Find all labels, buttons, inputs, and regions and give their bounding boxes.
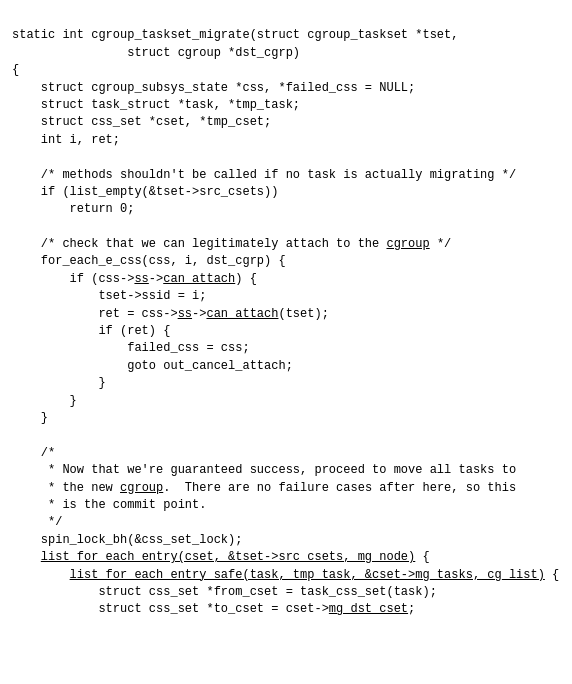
line-21: } [12, 376, 106, 390]
line-10: if (list_empty(&tset->src_csets)) [12, 185, 278, 199]
line-13: /* check that we can legitimately attach… [12, 237, 451, 251]
line-5: struct task_struct *task, *tmp_task; [12, 98, 300, 112]
line-22: } [12, 394, 77, 408]
line-24 [12, 428, 19, 442]
line-11: return 0; [12, 202, 134, 216]
line-28: * is the commit point. [12, 498, 206, 512]
line-16: tset->ssid = i; [12, 289, 206, 303]
line-34: struct css_set *to_cset = cset->mg_dst_c… [12, 602, 415, 616]
line-20: goto out_cancel_attach; [12, 359, 293, 373]
line-23: } [12, 411, 48, 425]
line-9: /* methods shouldn't be called if no tas… [12, 168, 516, 182]
line-18: if (ret) { [12, 324, 170, 338]
line-17: ret = css->ss->can_attach(tset); [12, 307, 329, 321]
line-14: for_each_e_css(css, i, dst_cgrp) { [12, 254, 286, 268]
line-32: list_for_each_entry_safe(task, tmp_task,… [12, 568, 559, 582]
line-15: if (css->ss->can_attach) { [12, 272, 257, 286]
line-31: list_for_each_entry(cset, &tset->src_cse… [12, 550, 430, 564]
line-4: struct cgroup_subsys_state *css, *failed… [12, 81, 415, 95]
line-8 [12, 150, 19, 164]
line-19: failed_css = css; [12, 341, 250, 355]
code-viewer: static int cgroup_taskset_migrate(struct… [12, 10, 560, 619]
line-26: * Now that we're guaranteed success, pro… [12, 463, 516, 477]
line-33: struct css_set *from_cset = task_css_set… [12, 585, 437, 599]
line-2: struct cgroup *dst_cgrp) [12, 46, 300, 60]
line-29: */ [12, 515, 62, 529]
line-25: /* [12, 446, 55, 460]
line-3: { [12, 63, 19, 77]
line-30: spin_lock_bh(&css_set_lock); [12, 533, 242, 547]
line-6: struct css_set *cset, *tmp_cset; [12, 115, 271, 129]
line-1: static int cgroup_taskset_migrate(struct… [12, 28, 458, 42]
line-12 [12, 220, 19, 234]
line-7: int i, ret; [12, 133, 120, 147]
line-27: * the new cgroup. There are no failure c… [12, 481, 516, 495]
